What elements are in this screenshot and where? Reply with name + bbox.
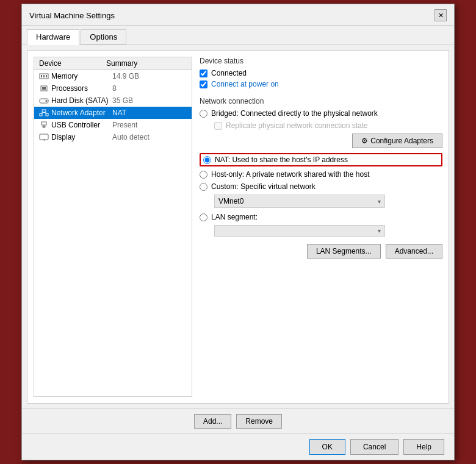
network-icon: [39, 109, 49, 116]
col-summary-header: Summary: [106, 59, 187, 68]
device-name-display: Display: [51, 133, 112, 141]
lan-dropdown: ▾: [214, 225, 385, 237]
chevron-down-icon-lan: ▾: [378, 227, 381, 234]
device-name-memory: Memory: [51, 72, 112, 80]
svg-rect-13: [41, 122, 46, 125]
device-summary-processors: 8: [112, 84, 187, 93]
svg-rect-10: [46, 113, 48, 116]
connect-power-row: Connect at power on: [200, 80, 442, 88]
device-item-memory[interactable]: Memory 14.9 GB: [34, 70, 192, 82]
configure-adapters-button[interactable]: ⚙ Configure Adapters: [352, 134, 442, 148]
device-name-network: Network Adapter: [51, 109, 112, 117]
cancel-button[interactable]: Cancel: [350, 439, 398, 455]
custom-label: Custom: Specific virtual network: [211, 182, 316, 191]
virtual-machine-settings-dialog: Virtual Machine Settings ✕ Hardware Opti…: [21, 4, 455, 460]
add-button[interactable]: Add...: [194, 414, 231, 429]
lan-segments-button[interactable]: LAN Segments...: [307, 244, 381, 259]
configure-btn-row: ⚙ Configure Adapters: [200, 134, 442, 148]
col-device-header: Device: [39, 59, 106, 68]
title-bar: Virtual Machine Settings ✕: [22, 4, 454, 26]
tabs-container: Hardware Options: [22, 26, 454, 45]
tab-hardware[interactable]: Hardware: [27, 29, 79, 45]
svg-point-7: [46, 100, 48, 102]
device-name-usb: USB Controller: [51, 121, 112, 129]
svg-rect-3: [46, 75, 47, 77]
remove-button[interactable]: Remove: [236, 414, 282, 429]
device-item-display[interactable]: Display Auto detect: [34, 131, 192, 143]
connect-power-label[interactable]: Connect at power on: [211, 80, 279, 88]
lan-segment-radio[interactable]: [200, 213, 207, 221]
tab-options[interactable]: Options: [81, 29, 126, 45]
help-button[interactable]: Help: [403, 439, 444, 455]
processor-icon: [39, 85, 49, 92]
bridged-row: Bridged: Connected directly to the physi…: [200, 109, 442, 118]
custom-radio[interactable]: [200, 183, 207, 191]
chevron-down-icon: ▾: [378, 198, 381, 205]
custom-row: Custom: Specific virtual network: [200, 182, 442, 191]
footer-right: OK Cancel Help: [309, 439, 444, 455]
right-panel: Device status Connected Connect at power…: [200, 57, 442, 397]
device-item-usb[interactable]: USB Controller Present: [34, 119, 192, 131]
replicate-label: Replicate physical network connection st…: [226, 121, 368, 130]
display-icon: [39, 134, 49, 141]
connect-power-checkbox[interactable]: [200, 80, 207, 88]
svg-rect-9: [40, 113, 42, 116]
nat-radio[interactable]: [203, 156, 211, 164]
network-connection-section: Network connection Bridged: Connected di…: [200, 97, 442, 259]
device-summary-memory: 14.9 GB: [112, 72, 187, 80]
svg-rect-16: [40, 134, 48, 140]
device-name-processors: Processors: [51, 84, 112, 93]
nat-label: NAT: Used to share the host's IP address: [215, 155, 348, 164]
svg-rect-8: [42, 110, 46, 112]
device-list-header: Device Summary: [34, 57, 192, 70]
usb-icon: [39, 121, 49, 129]
device-name-harddisk: Hard Disk (SATA): [51, 96, 112, 105]
connected-row: Connected: [200, 69, 442, 77]
lan-segment-row: LAN segment:: [200, 213, 442, 221]
ok-button[interactable]: OK: [309, 439, 345, 455]
main-content: Device Summary Memory 14.9 GB Processors…: [27, 50, 449, 404]
device-item-harddisk[interactable]: Hard Disk (SATA) 35 GB: [34, 95, 192, 107]
close-button[interactable]: ✕: [435, 9, 447, 21]
replicate-row: Replicate physical network connection st…: [214, 121, 442, 130]
svg-rect-2: [43, 75, 45, 77]
replicate-checkbox[interactable]: [214, 122, 222, 130]
dialog-title: Virtual Machine Settings: [29, 11, 115, 20]
device-status-label: Device status: [200, 57, 442, 65]
nat-row: NAT: Used to share the host's IP address: [200, 153, 442, 166]
add-remove-row: Add... Remove: [22, 409, 454, 434]
device-list-panel: Device Summary Memory 14.9 GB Processors…: [34, 57, 192, 397]
host-only-row: Host-only: A private network shared with…: [200, 170, 442, 179]
host-only-radio[interactable]: [200, 171, 207, 179]
vmnet-value: VMnet0: [218, 197, 243, 205]
harddisk-icon: [39, 97, 49, 104]
device-status-section: Device status Connected Connect at power…: [200, 57, 442, 88]
lan-segment-label: LAN segment:: [211, 213, 258, 221]
bottom-buttons-row: LAN Segments... Advanced...: [200, 244, 442, 259]
network-connection-label: Network connection: [200, 97, 442, 105]
host-only-label: Host-only: A private network shared with…: [211, 170, 369, 179]
vmnet-dropdown[interactable]: VMnet0 ▾: [214, 195, 385, 208]
footer: OK Cancel Help: [22, 434, 454, 460]
advanced-button[interactable]: Advanced...: [386, 244, 442, 259]
memory-icon: [39, 73, 49, 80]
bridged-label: Bridged: Connected directly to the physi…: [211, 109, 378, 118]
bridged-radio[interactable]: [200, 110, 207, 118]
device-summary-display: Auto detect: [112, 133, 187, 141]
device-summary-harddisk: 35 GB: [112, 96, 187, 105]
connected-checkbox[interactable]: [200, 70, 207, 77]
connected-label: Connected: [211, 69, 247, 77]
svg-rect-5: [42, 87, 46, 90]
device-item-network[interactable]: Network Adapter NAT: [34, 107, 192, 119]
device-item-processors[interactable]: Processors 8: [34, 82, 192, 95]
device-summary-network: NAT: [112, 109, 187, 117]
device-summary-usb: Present: [112, 121, 187, 129]
svg-rect-1: [41, 75, 42, 77]
gear-icon: ⚙: [361, 137, 368, 145]
